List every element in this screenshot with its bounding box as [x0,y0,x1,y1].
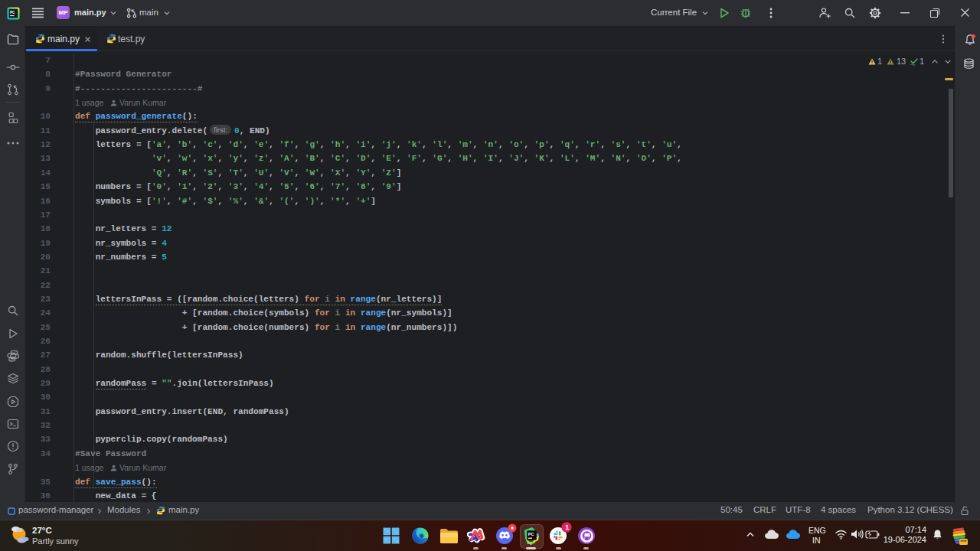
svg-text:PC: PC [528,532,534,536]
svg-text:1: 1 [565,523,569,531]
svg-text:PC: PC [10,11,15,15]
